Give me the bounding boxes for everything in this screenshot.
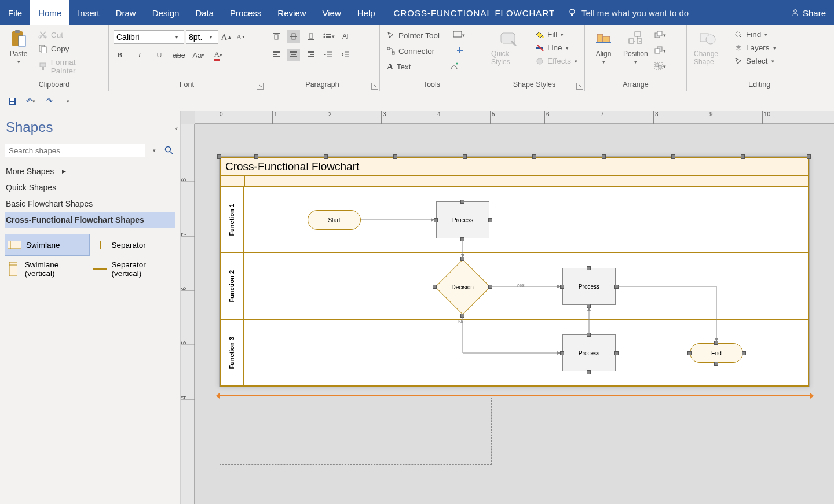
text-block-button[interactable]: AText <box>385 60 414 73</box>
decrease-indent-button[interactable] <box>322 49 335 61</box>
undo-button[interactable]: ↶▾ <box>24 95 37 108</box>
tab-file[interactable]: File <box>0 0 30 25</box>
align-center-button[interactable] <box>287 49 300 61</box>
group-label-clipboard: Clipboard <box>5 79 104 90</box>
group-button[interactable]: ▾ <box>654 60 667 73</box>
svg-point-1 <box>794 10 797 13</box>
tab-design[interactable]: Design <box>144 0 188 25</box>
flowchart-process-3[interactable]: Process <box>562 334 616 371</box>
align-left-button[interactable] <box>270 49 283 61</box>
bullets-button[interactable]: ▾ <box>322 30 335 43</box>
shapes-panel: Shapes ‹ ▾ More Shapes▶ Quick Shapes Bas… <box>0 111 181 504</box>
flowchart-process-2[interactable]: Process <box>562 268 616 305</box>
paste-button[interactable]: Paste ▾ <box>5 28 32 66</box>
horizontal-ruler[interactable]: 012345678910 <box>195 111 834 124</box>
align-top-button[interactable] <box>270 30 283 43</box>
svg-rect-22 <box>453 31 462 37</box>
connector-icon <box>387 47 395 55</box>
change-case-button[interactable]: Aa▾ <box>192 49 205 61</box>
align-right-button[interactable] <box>305 49 317 61</box>
svg-point-25 <box>456 63 458 65</box>
qat-customize-button[interactable]: ▾ <box>61 95 74 108</box>
quick-styles-button[interactable]: Quick Styles <box>489 28 530 67</box>
shape-swimlane-vertical[interactable]: Swimlane (vertical) <box>5 257 90 281</box>
lane-label-3: Function 3 <box>228 337 235 369</box>
tab-review[interactable]: Review <box>269 0 314 25</box>
rectangle-tool-button[interactable]: ▾ <box>452 29 465 42</box>
pointer-tool-button[interactable]: Pointer Tool <box>385 29 442 42</box>
select-button[interactable]: Select▾ <box>732 56 777 67</box>
flowchart-process-1[interactable]: Process <box>436 201 489 238</box>
layers-button[interactable]: Layers▾ <box>732 42 778 53</box>
tab-view[interactable]: View <box>314 0 349 25</box>
swimlane-2[interactable]: Function 2 Decision Process Yes <box>220 253 809 320</box>
search-options-button[interactable]: ▾ <box>148 144 160 157</box>
bold-button[interactable]: B <box>114 49 126 61</box>
tab-home[interactable]: Home <box>30 0 70 25</box>
decrease-font-icon[interactable]: A▼ <box>235 31 247 43</box>
connector-button[interactable]: Connector <box>385 45 437 57</box>
more-shapes-item[interactable]: More Shapes▶ <box>5 163 175 179</box>
shape-swimlane[interactable]: Swimlane <box>5 234 90 256</box>
font-dialog-launcher[interactable]: ↘ <box>257 83 264 90</box>
vertical-ruler[interactable]: 87654 <box>181 124 195 504</box>
collapse-panel-button[interactable]: ‹ <box>175 124 178 133</box>
drawing-canvas[interactable]: Cross-Functional Flowchart Function 1 St… <box>195 124 834 504</box>
tab-process[interactable]: Process <box>222 0 269 25</box>
basic-flowchart-shapes-item[interactable]: Basic Flowchart Shapes <box>5 196 175 212</box>
line-button[interactable]: Line▾ <box>533 42 580 53</box>
bring-front-button[interactable]: ▾ <box>654 29 667 42</box>
redo-button[interactable]: ↷ <box>43 95 56 108</box>
paragraph-dialog-launcher[interactable]: ↘ <box>371 83 378 90</box>
font-name-combo[interactable]: Calibri▾ <box>114 30 184 44</box>
text-direction-button[interactable]: A <box>339 30 352 43</box>
swimlane-title[interactable]: Cross-Functional Flowchart <box>220 157 809 176</box>
svg-rect-15 <box>309 34 313 38</box>
align-middle-button[interactable] <box>287 30 300 43</box>
svg-point-48 <box>166 147 171 152</box>
flowchart-end[interactable]: End <box>690 343 743 363</box>
strikethrough-button[interactable]: abc <box>173 49 185 61</box>
format-painter-button[interactable]: Format Painter <box>36 57 104 76</box>
flowchart-start[interactable]: Start <box>308 210 361 230</box>
shape-separator-vertical[interactable]: Separator (vertical) <box>91 257 176 281</box>
tab-insert[interactable]: Insert <box>70 0 108 25</box>
italic-button[interactable]: I <box>133 49 146 61</box>
font-color-button[interactable]: A▾ <box>212 49 225 61</box>
effects-button[interactable]: Effects▾ <box>533 56 580 67</box>
quick-shapes-item[interactable]: Quick Shapes <box>5 179 175 196</box>
swimlane-3[interactable]: Function 3 Process End No <box>220 320 809 387</box>
find-icon <box>734 31 742 39</box>
underline-button[interactable]: U <box>153 49 166 61</box>
tab-help[interactable]: Help <box>349 0 383 25</box>
cut-button[interactable]: Cut <box>36 29 104 41</box>
connection-point-button[interactable] <box>454 45 467 57</box>
increase-indent-button[interactable] <box>339 49 352 61</box>
position-button[interactable]: Position▾ <box>621 28 650 66</box>
shape-styles-dialog-launcher[interactable]: ↘ <box>576 83 583 90</box>
search-shapes-input[interactable] <box>5 144 145 157</box>
share-button[interactable]: Share <box>791 8 826 18</box>
align-bottom-button[interactable] <box>305 30 317 43</box>
align-button[interactable]: Align▾ <box>590 28 617 66</box>
find-button[interactable]: Find▾ <box>732 29 770 40</box>
font-size-combo[interactable]: 8pt.▾ <box>186 30 218 44</box>
ink-tool-button[interactable] <box>448 60 461 73</box>
select-icon <box>734 57 742 65</box>
tab-draw[interactable]: Draw <box>108 0 144 25</box>
save-button[interactable] <box>6 95 19 108</box>
copy-button[interactable]: Copy <box>36 43 104 54</box>
tell-me-search[interactable]: Tell me what you want to do <box>568 8 689 18</box>
drawing-page[interactable]: Cross-Functional Flowchart Function 1 St… <box>219 156 810 387</box>
fill-button[interactable]: Fill▾ <box>533 29 580 40</box>
send-back-button[interactable]: ▾ <box>654 45 667 57</box>
search-button[interactable] <box>163 144 175 157</box>
cross-functional-shapes-item[interactable]: Cross-Functional Flowchart Shapes <box>5 212 175 228</box>
swimlane-1[interactable]: Function 1 Start Process <box>220 187 809 253</box>
change-shape-button[interactable]: Change Shape <box>692 28 722 67</box>
selection-handle-right[interactable] <box>807 392 815 400</box>
tab-data[interactable]: Data <box>187 0 222 25</box>
flowchart-decision[interactable]: Decision <box>435 259 491 315</box>
shape-separator[interactable]: Separator <box>91 234 176 256</box>
increase-font-icon[interactable]: A▲ <box>220 31 233 43</box>
